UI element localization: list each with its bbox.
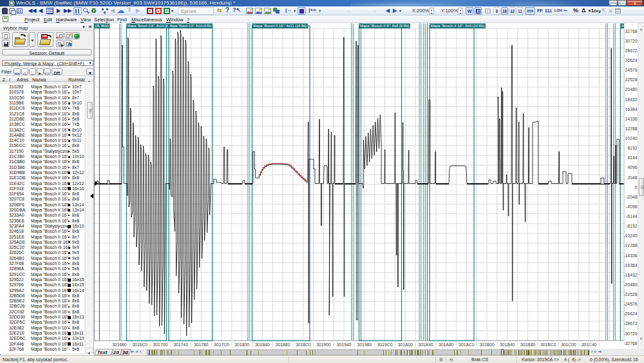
svg-text:Mapa "Bosch II 16": 8x8 (16 Bi: Mapa "Bosch II 16": 8x8 (16 Bit)	[431, 23, 485, 28]
svg-text:8192: 8192	[627, 146, 637, 150]
svg-text:26624: 26624	[625, 58, 638, 63]
svg-text:-22528: -22528	[623, 292, 637, 297]
svg-text:301700: 301700	[153, 342, 168, 347]
svg-text:Mapa "Bosch II 8": 8x14 (8 Bit: Mapa "Bosch II 8": 8x14 (8 Bit)	[170, 23, 212, 28]
svg-text:3018C0: 3018C0	[296, 342, 311, 347]
svg-text:-20480: -20480	[623, 282, 637, 287]
svg-text:301980: 301980	[357, 342, 372, 347]
svg-text:Mapa "Bosch II 8": 8x14 (8: Mapa "Bosch II 8": 8x14 (8	[128, 23, 168, 28]
svg-text:16384: 16384	[625, 107, 638, 112]
svg-text:301A80: 301A80	[439, 342, 454, 347]
svg-text:30720: 30720	[625, 39, 638, 43]
svg-text:301AC0: 301AC0	[459, 342, 475, 347]
svg-text:301880: 301880	[276, 342, 290, 347]
svg-text:-32768: -32768	[623, 341, 637, 346]
svg-text:Mapa "Bosch II 16": 4x21 (16 B: Mapa "Bosch II 16": 4x21 (16 Bit)	[253, 23, 307, 28]
svg-text:3016C0: 3016C0	[132, 342, 147, 347]
svg-text:301A00: 301A00	[398, 342, 413, 347]
svg-text:-10240: -10240	[623, 233, 637, 238]
svg-text:-6144: -6144	[626, 214, 638, 219]
svg-text:-18432: -18432	[623, 273, 637, 277]
svg-text:301840: 301840	[255, 342, 270, 347]
svg-text:-12288: -12288	[623, 243, 637, 248]
svg-text:-26624: -26624	[623, 311, 637, 316]
svg-text:-30720: -30720	[623, 331, 637, 336]
svg-text:3019C0: 3019C0	[377, 342, 393, 347]
svg-text:301B40: 301B40	[500, 342, 515, 347]
svg-text:32768: 32768	[625, 29, 638, 34]
svg-text:28672: 28672	[625, 48, 638, 53]
svg-text:14336: 14336	[625, 117, 638, 121]
svg-text:301B00: 301B00	[479, 342, 495, 347]
svg-text:M: M	[621, 23, 625, 28]
svg-text:-28672: -28672	[623, 321, 637, 326]
svg-text:6144: 6144	[627, 155, 637, 160]
svg-text:-2048: -2048	[626, 195, 638, 199]
svg-text:301BC0: 301BC0	[540, 342, 556, 347]
svg-text:2048: 2048	[627, 175, 637, 180]
svg-text:Mapa "Bosch II 8": 8x8 (8 Bit): Mapa "Bosch II 8": 8x8 (8 Bit)	[360, 23, 410, 28]
svg-text:301900: 301900	[316, 342, 331, 347]
svg-text:301C40: 301C40	[582, 342, 597, 347]
svg-text:301740: 301740	[173, 342, 188, 347]
svg-text:12288: 12288	[625, 126, 638, 131]
svg-text:-16384: -16384	[623, 263, 637, 268]
svg-text:301940: 301940	[337, 342, 352, 347]
svg-text:(6 Bit): (6 Bit)	[95, 23, 109, 28]
svg-text:301B80: 301B80	[520, 342, 536, 347]
svg-text:20480: 20480	[625, 87, 638, 92]
svg-text:24576: 24576	[625, 68, 638, 72]
svg-text:301A40: 301A40	[418, 342, 433, 347]
svg-text:18432: 18432	[625, 97, 638, 102]
svg-text:-4096: -4096	[626, 204, 638, 209]
svg-text:-14336: -14336	[623, 253, 637, 258]
svg-text:-8192: -8192	[626, 224, 638, 228]
svg-text:10240: 10240	[625, 136, 638, 141]
svg-text:301780: 301780	[194, 342, 209, 347]
svg-text:-24576: -24576	[623, 302, 637, 306]
svg-text:301680: 301680	[112, 342, 127, 347]
svg-text:301800: 301800	[234, 342, 249, 347]
svg-text:301C00: 301C00	[561, 342, 576, 347]
svg-text:3017C0: 3017C0	[214, 342, 229, 347]
svg-text:4096: 4096	[627, 165, 637, 170]
svg-text:22528: 22528	[625, 77, 638, 82]
